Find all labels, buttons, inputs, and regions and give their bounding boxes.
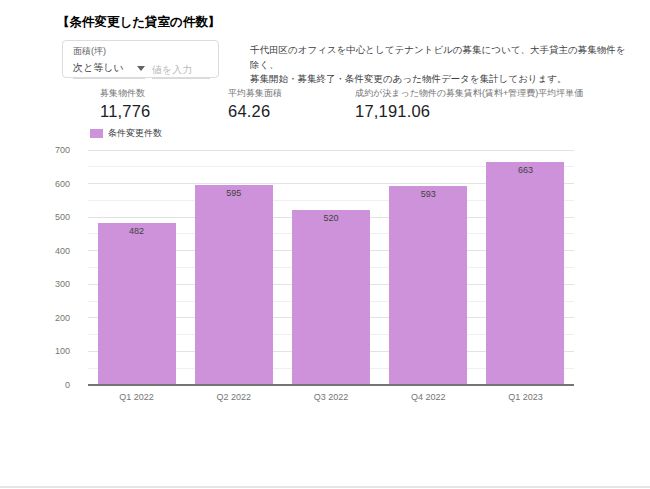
y-axis-tick-label: 200 bbox=[44, 313, 70, 323]
bar-value-label: 663 bbox=[486, 165, 564, 175]
y-axis-tick-label: 600 bbox=[44, 179, 70, 189]
y-axis-tick-label: 300 bbox=[44, 279, 70, 289]
bar-q4-2022[interactable] bbox=[389, 186, 467, 385]
bar-value-label: 482 bbox=[98, 226, 176, 236]
x-axis-tick-label: Q4 2022 bbox=[380, 392, 477, 402]
page-bottom-divider bbox=[0, 486, 650, 488]
x-axis-tick-label: Q1 2023 bbox=[477, 392, 574, 402]
dashboard-page: 【条件変更した貸室の件数】 面積(坪) 次と等しい 千代田区のオフィスを中心とし… bbox=[0, 0, 650, 489]
y-axis-tick-label: 400 bbox=[44, 246, 70, 256]
bar-q3-2022[interactable] bbox=[292, 210, 370, 385]
bar-q2-2022[interactable] bbox=[195, 185, 273, 385]
x-axis-tick-label: Q1 2022 bbox=[88, 392, 185, 402]
gridline bbox=[88, 150, 574, 151]
bar-value-label: 595 bbox=[195, 188, 273, 198]
bar-q1-2022[interactable] bbox=[98, 223, 176, 385]
bar-chart: 0100200300400500600700482Q1 2022595Q2 20… bbox=[0, 0, 650, 489]
x-axis-tick-label: Q3 2022 bbox=[282, 392, 379, 402]
x-axis-tick-label: Q2 2022 bbox=[185, 392, 282, 402]
bar-q1-2023[interactable] bbox=[486, 162, 564, 385]
y-axis-tick-label: 100 bbox=[44, 346, 70, 356]
bar-value-label: 520 bbox=[292, 213, 370, 223]
y-axis-tick-label: 700 bbox=[44, 145, 70, 155]
y-axis-tick-label: 0 bbox=[44, 380, 70, 390]
x-axis-line bbox=[88, 384, 574, 386]
bar-value-label: 593 bbox=[389, 189, 467, 199]
y-axis-tick-label: 500 bbox=[44, 212, 70, 222]
